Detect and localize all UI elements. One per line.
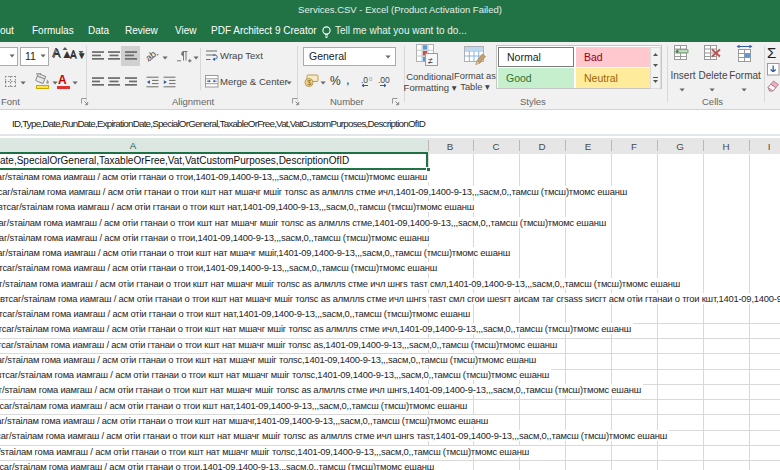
svg-text:ab: ab xyxy=(144,48,158,63)
svg-text:0: 0 xyxy=(369,76,373,82)
svg-text:.00: .00 xyxy=(378,75,390,85)
svg-text:.0: .0 xyxy=(361,75,368,85)
svg-text:≠: ≠ xyxy=(428,56,433,66)
svg-text:Σ: Σ xyxy=(767,44,776,61)
